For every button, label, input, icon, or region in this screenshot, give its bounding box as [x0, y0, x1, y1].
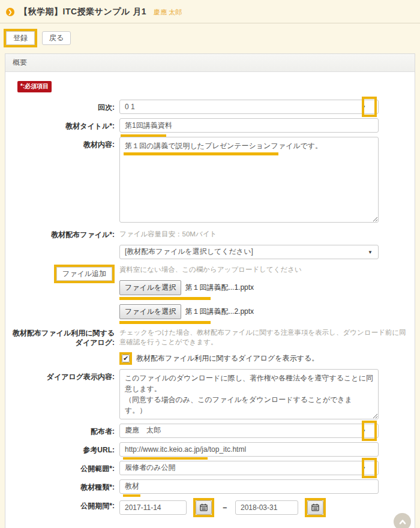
- dialog-text-label: ダイアログ表示内容:: [11, 369, 119, 419]
- chevron-down-icon: ▼: [361, 428, 366, 433]
- row-usage-dialog: 教材配布ファイル利用に関するダイアログ: チェックをつけた場合、教材配布ファイル…: [11, 325, 409, 365]
- top-toolbar: 登録 戻る: [0, 23, 420, 53]
- file-size-hint: ファイル容量目安：50Mバイト: [119, 227, 409, 239]
- material-type-input[interactable]: [119, 479, 379, 494]
- usage-dialog-label: 教材配布ファイル利用に関するダイアログ:: [11, 325, 119, 365]
- distributor-select-value: 慶應 太郎: [125, 425, 161, 436]
- material-content-textarea[interactable]: 第１回の講義で説明したプレゼンテーションファイルです。: [119, 137, 379, 223]
- highlight-box-calendar-end: [305, 498, 326, 517]
- session-select-value: 0 1: [125, 103, 135, 111]
- publish-period-label: 公開期間*:: [11, 498, 119, 517]
- highlight-box-dialog-checkbox: [119, 352, 132, 365]
- row-material-type: 教材種類*:: [11, 479, 409, 494]
- material-type-label: 教材種類*:: [11, 479, 119, 494]
- dist-file-select[interactable]: [教材配布ファイルを選択してください] ▼: [119, 245, 379, 259]
- back-button-top[interactable]: 戻る: [42, 31, 71, 45]
- file-add-button[interactable]: ファイル追加: [56, 267, 112, 281]
- chevron-up-icon: [398, 517, 407, 527]
- session-label: 回次:: [11, 100, 119, 114]
- usage-dialog-check-row: 教材配布ファイル利用に関するダイアログを表示する。: [119, 352, 409, 365]
- highlight-underline-type: [123, 494, 140, 497]
- register-button-top[interactable]: 登録: [6, 31, 35, 45]
- dist-file-select-value: [教材配布ファイルを選択してください]: [125, 247, 253, 257]
- calendar-icon-end[interactable]: [307, 500, 323, 515]
- row-material-title: 教材タイトル*:: [11, 118, 409, 133]
- calendar-icon: [200, 503, 208, 511]
- row-publish-scope: 公開範囲*: 履修者のみ公開 ▼: [11, 461, 409, 475]
- publish-scope-select[interactable]: 履修者のみ公開 ▼: [119, 461, 379, 475]
- publish-scope-label: 公開範囲*:: [11, 461, 119, 475]
- highlight-box-file-add: ファイル追加: [54, 265, 115, 283]
- row-reference-url: 参考URL:: [11, 442, 409, 457]
- page-title: 【秋学期】ITC授業サンプル 月1: [19, 7, 146, 17]
- teacher-name: 慶應 太郎: [154, 8, 182, 17]
- usage-dialog-checkbox-label: 教材配布ファイル利用に関するダイアログを表示する。: [136, 353, 319, 364]
- required-badge: *:必須項目: [17, 81, 52, 92]
- reference-url-input[interactable]: [119, 442, 379, 457]
- file-row-1: ファイルを選択 第１回講義配...1.pptx: [119, 280, 254, 295]
- highlight-underline-file-1: [119, 297, 211, 300]
- file-choose-button-2[interactable]: ファイルを選択: [119, 304, 181, 319]
- row-distributor: 配布者: 慶應 太郎 ▼: [11, 424, 409, 438]
- row-dialog-text: ダイアログ表示内容: このファイルのダウンロードに際し、著作権や各種法令を遵守す…: [11, 369, 409, 419]
- publish-period-controls: －: [119, 498, 409, 517]
- panel-body: *:必須項目 回次: 0 1 ▼ 教材タイトル*: 教材内容:: [5, 72, 415, 528]
- row-dist-file: 教材配布ファイル*: ファイル容量目安：50Mバイト [教材配布ファイルを選択し…: [11, 227, 409, 259]
- reference-url-label: 参考URL:: [11, 442, 119, 457]
- distributor-label: 配布者:: [11, 424, 119, 438]
- session-select[interactable]: 0 1 ▼: [119, 100, 379, 114]
- page-header: ❯ 【秋学期】ITC授業サンプル 月1 慶應 太郎: [0, 0, 420, 23]
- panel-header: 概要: [5, 54, 415, 72]
- material-title-label: 教材タイトル*:: [11, 118, 119, 133]
- file-name-1: 第１回講義配...1.pptx: [185, 283, 254, 293]
- material-content-label: 教材内容:: [11, 137, 119, 223]
- highlight-box-register-top: 登録: [4, 29, 37, 47]
- row-material-content: 教材内容: 第１回の講義で説明したプレゼンテーションファイルです。: [11, 137, 409, 223]
- row-session: 回次: 0 1 ▼: [11, 100, 409, 114]
- highlight-box-calendar-start: [193, 498, 214, 517]
- chevron-down-icon: ▼: [361, 465, 366, 470]
- usage-dialog-hint: チェックをつけた場合、教材配布ファイルに関する注意事項を表示し、ダウンロード前に…: [119, 325, 409, 347]
- orange-bullet-icon: ❯: [6, 8, 14, 16]
- publish-scope-select-value: 履修者のみ公開: [125, 463, 176, 473]
- calendar-icon-start[interactable]: [196, 500, 212, 515]
- scroll-to-top-button[interactable]: [394, 513, 411, 528]
- distributor-select[interactable]: 慶應 太郎 ▼: [119, 424, 379, 438]
- highlight-underline-url: [123, 457, 208, 460]
- overview-panel: 概要 *:必須項目 回次: 0 1 ▼ 教材タイトル*: 教材内容:: [5, 53, 415, 528]
- highlight-underline-file-2: [119, 321, 211, 324]
- row-publish-period: 公開期間*:: [11, 498, 409, 517]
- material-title-input[interactable]: [119, 118, 379, 133]
- upload-hint: 資料室にない場合、この欄からアップロードしてください: [119, 262, 409, 275]
- dialog-text-textarea[interactable]: このファイルのダウンロードに際し、著作権や各種法令を遵守することに同意します。 …: [119, 369, 379, 419]
- file-add-cell: ファイル追加: [11, 262, 119, 323]
- dist-file-label: 教材配布ファイル*:: [11, 227, 119, 259]
- usage-dialog-checkbox[interactable]: [122, 355, 130, 362]
- chevron-down-icon: ▼: [368, 249, 373, 254]
- period-end-input[interactable]: [235, 500, 298, 515]
- period-start-input[interactable]: [119, 500, 187, 515]
- chevron-down-icon: ▼: [361, 104, 366, 110]
- row-file-add: ファイル追加 資料室にない場合、この欄からアップロードしてください ファイルを選…: [11, 262, 409, 323]
- file-choose-button-1[interactable]: ファイルを選択: [119, 280, 181, 295]
- calendar-icon: [311, 503, 319, 511]
- file-row-2: ファイルを選択 第１回講義配...2.pptx: [119, 304, 254, 319]
- file-name-2: 第１回講義配...2.pptx: [185, 307, 254, 317]
- period-separator: －: [221, 502, 229, 513]
